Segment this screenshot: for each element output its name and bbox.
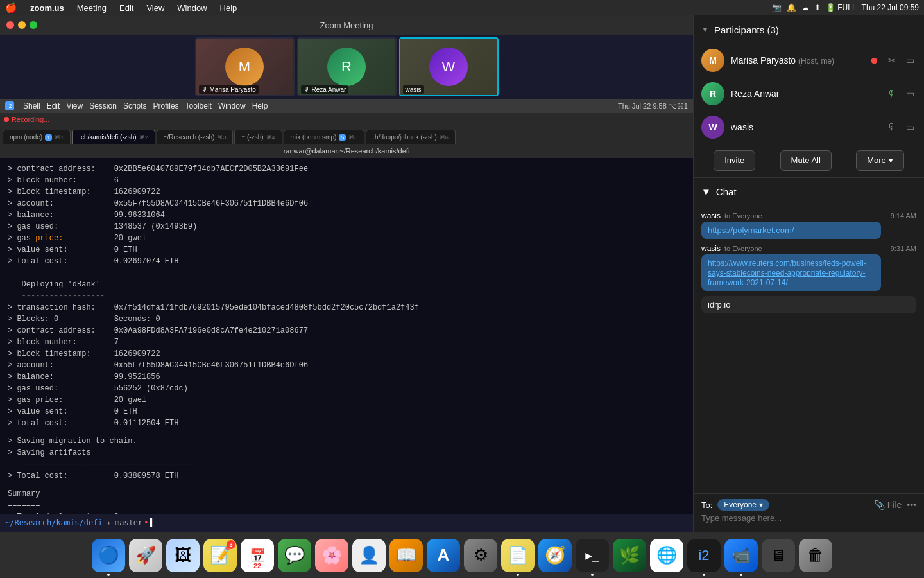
tab-defi[interactable]: .ch/kamis/defi (-zsh) ⌘2: [72, 130, 155, 144]
iterm-menu-toolbelt[interactable]: Toolbelt: [185, 101, 212, 110]
dock-notes2[interactable]: 📄: [501, 539, 535, 572]
dock-chrome[interactable]: 🌐: [650, 539, 683, 572]
menu-edit[interactable]: Edit: [117, 3, 136, 13]
term-deploying-dbank: Deploying 'dBank': [8, 279, 685, 290]
to-recipient: Everyone: [724, 500, 757, 509]
term-line-1: > contract address: 0x2BB5e6040789E79f34…: [8, 163, 685, 175]
participants-section: ▼ Participants (3) M Marisa Paryasto (Ho…: [694, 15, 924, 178]
mute-all-button[interactable]: Mute All: [780, 150, 832, 171]
term-total-cost: > Total cost: 0.03809578 ETH: [8, 470, 685, 482]
chat-more-button[interactable]: •••: [907, 500, 916, 510]
mic-icon-marisa[interactable]: ✂: [886, 54, 898, 67]
dock-contacts[interactable]: 👤: [352, 539, 386, 572]
dock-messages[interactable]: 💬: [278, 539, 311, 572]
chat-to-row: To: Everyone ▾ 📎 File •••: [701, 499, 916, 511]
to-label: To:: [701, 500, 712, 510]
invite-button[interactable]: Invite: [714, 150, 755, 171]
time-display: Thu 22 Jul 09:59: [862, 3, 919, 12]
video-icon-marisa[interactable]: ▭: [903, 54, 916, 67]
traffic-lights: [6, 21, 37, 29]
controls-wasis: 🎙 ▭: [886, 121, 916, 134]
dock-finder[interactable]: 🔵: [92, 539, 125, 572]
iterm-menu-help[interactable]: Help: [252, 101, 268, 110]
menu-meeting[interactable]: Meeting: [74, 3, 109, 13]
dock-app-store[interactable]: A: [427, 539, 460, 572]
tab-hotkey-jdbank: ⌘6: [440, 134, 449, 141]
dock-photos-browser[interactable]: 🖼: [166, 539, 200, 572]
menu-help[interactable]: Help: [218, 3, 240, 13]
tab-mix[interactable]: mix (beam.smp) 5 ⌘5: [284, 130, 365, 144]
term-saving-art: > Saving artifacts: [8, 447, 685, 459]
dock-terminal[interactable]: ▶_: [576, 539, 609, 572]
chat-link-1[interactable]: https://polymarket.com/: [708, 225, 794, 235]
tab-badge-mix: 5: [339, 134, 346, 141]
prompt-git-label: master: [115, 518, 142, 527]
iterm-menu-profiles[interactable]: Profiles: [153, 101, 179, 110]
video-icon-wasis[interactable]: ▭: [903, 121, 916, 134]
apple-icon[interactable]: 🍎: [5, 2, 17, 13]
participants-title: Participants (3): [714, 24, 779, 35]
minimize-button[interactable]: [18, 21, 26, 29]
chevron-icon: ▼: [701, 25, 709, 34]
chat-link-2[interactable]: https://www.reuters.com/business/feds-po…: [708, 259, 866, 287]
term-gp2: > gas price: 20 gwei: [8, 394, 685, 406]
dock-sourcetree[interactable]: 🌿: [613, 539, 646, 572]
mic-active-reza[interactable]: 🎙: [886, 87, 898, 100]
dock-notes-app[interactable]: 📝 3: [203, 539, 237, 572]
dock-calendar[interactable]: 📅 22: [241, 539, 274, 572]
dock-iterm2[interactable]: i2: [687, 539, 721, 572]
chat-time-1: 9:14 AM: [891, 212, 916, 220]
tab-research[interactable]: ~/Research (-zsh) ⌘3: [157, 130, 234, 144]
term-bal2: > balance: 99.9521856: [8, 371, 685, 383]
video-tile-marisa[interactable]: M 🎙 Marisa Paryasto: [195, 37, 295, 96]
file-button[interactable]: 📎 File: [874, 500, 902, 510]
avatar-marisa: M: [701, 49, 724, 72]
dock-dot-iterm2: [703, 574, 705, 576]
chat-header: ▼ Chat: [694, 178, 924, 206]
tab-bar: npm (node) 1 ⌘1 .ch/kamis/defi (-zsh) ⌘2…: [0, 126, 693, 144]
chat-input-field[interactable]: [701, 513, 916, 523]
to-selector[interactable]: Everyone ▾: [717, 499, 769, 511]
chat-message-2: wasis to Everyone 9:31 AM https://www.re…: [701, 244, 916, 291]
iterm-menubar: i2 Shell Edit View Session Scripts Profi…: [0, 99, 693, 113]
tab-home[interactable]: ~ (-zsh) ⌘4: [234, 130, 282, 144]
term-summary: Summary: [8, 488, 685, 500]
dock-trash[interactable]: 🗑: [799, 539, 832, 572]
close-button[interactable]: [6, 21, 14, 29]
dock-badge-notes: 3: [227, 540, 235, 549]
tab-hotkey-npm: ⌘1: [55, 134, 64, 141]
chat-input-area: To: Everyone ▾ 📎 File •••: [694, 493, 924, 532]
video-tile-reza[interactable]: R 🎙 Reza Anwar: [297, 37, 397, 96]
tab-hotkey-home: ⌘4: [266, 134, 275, 141]
terminal-content[interactable]: > contract address: 0x2BB5e6040789E79f34…: [0, 158, 693, 514]
dock-launchpad[interactable]: 🚀: [129, 539, 162, 572]
tab-npm[interactable]: npm (node) 1 ⌘1: [3, 130, 71, 144]
dock-books[interactable]: 📖: [389, 539, 423, 572]
video-icon-reza[interactable]: ▭: [903, 87, 916, 100]
dock-screenium[interactable]: 🖥: [762, 539, 795, 572]
iterm-menu-window[interactable]: Window: [218, 101, 246, 110]
iterm-menu-view[interactable]: View: [66, 101, 83, 110]
term-vs2: > value sent: 0 ETH: [8, 406, 685, 417]
term-saving-mig: > Saving migration to chain.: [8, 435, 685, 447]
iterm-menu-edit[interactable]: Edit: [47, 101, 60, 110]
iterm-menu-shell[interactable]: Shell: [23, 101, 40, 110]
more-button[interactable]: More ▾: [856, 150, 904, 171]
menu-view[interactable]: View: [144, 3, 167, 13]
dock-photos[interactable]: 🌸: [315, 539, 348, 572]
app-name[interactable]: zoom.us: [28, 3, 67, 13]
dock-system-prefs[interactable]: ⚙: [464, 539, 497, 572]
iterm-menu-scripts[interactable]: Scripts: [123, 101, 147, 110]
chat-sender-1: wasis: [701, 211, 721, 220]
maximize-button[interactable]: [30, 21, 37, 29]
participant-marisa: M Marisa Paryasto (Host, me) ⏺ ✂ ▭: [694, 44, 924, 77]
menu-window[interactable]: Window: [175, 3, 209, 13]
tab-jdbank[interactable]: .h/dappu/jdbank (-zsh) ⌘6: [366, 130, 456, 144]
dock-safari[interactable]: 🧭: [538, 539, 572, 572]
iterm-menu-session[interactable]: Session: [89, 101, 117, 110]
dock-zoom[interactable]: 📹: [724, 539, 758, 572]
video-tile-wasis[interactable]: W wasis: [399, 37, 499, 96]
mic-icon-wasis[interactable]: 🎙: [886, 121, 898, 134]
prompt-bar[interactable]: ~/Research/kamis/defi ✦ master • ▌: [0, 514, 693, 532]
participants-header[interactable]: ▼ Participants (3): [694, 15, 924, 44]
